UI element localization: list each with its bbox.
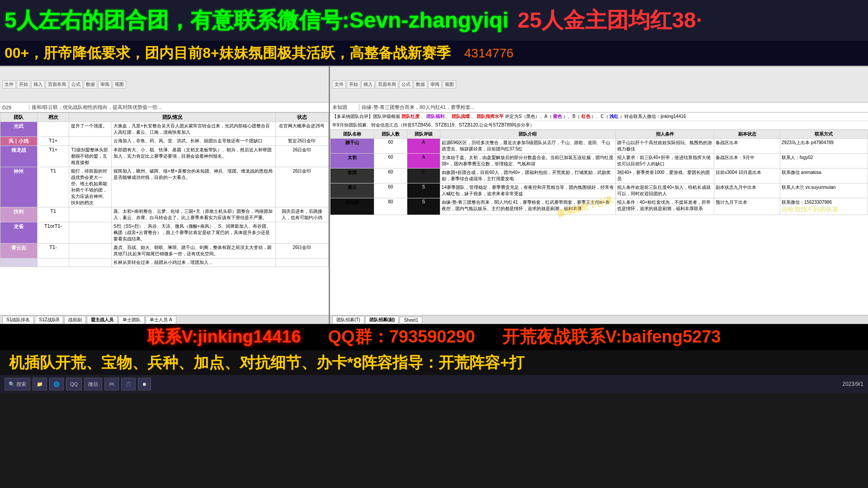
row-recruit: 3招40+，赛季类誉1000，爱游戏、爱团长的团员 [615, 169, 714, 183]
left-sheet-tabs[interactable]: S1战队排名 S1Z战队B 战前副 盟主战人员 单士团队 单士人员 A [0, 315, 329, 324]
row-teamname: 太初 [330, 154, 374, 169]
table-row: 扶剑 T1 蒸、太初+南初整合、云梦、化绿，三国+天（原推土机头部）团整合，鸿禧… [0, 207, 329, 222]
right-toolbar-btn-home[interactable]: 开始 [347, 80, 360, 89]
row-status: 26日金印 [275, 167, 328, 207]
taskbar-btn-file[interactable]: 📁 [33, 378, 47, 390]
header-sep: 、 [421, 114, 425, 119]
sheet-tab[interactable]: 单士人员 A [146, 316, 176, 324]
right-toolbar-btn-review[interactable]: 审阅 [428, 80, 442, 89]
row-intro: 主体始于盘、太初，由盘盟解放后的部分分数盘合金。当前已加装五连征服，团均红度38… [440, 154, 615, 169]
row-pre: 提升了一个强度。 [69, 122, 112, 137]
header-grade: 评定为S（黑色）、A（ [505, 114, 552, 119]
table-row: 素云 60 S 14赛季团队，管理稳定，赛季费贡充足，有夜控和开荒相当等，团内氛… [330, 183, 868, 198]
taskbar-btn-record[interactable]: ⏺ [138, 378, 151, 390]
sheet-tab[interactable]: S1战队排名 [2, 316, 34, 324]
table-row: 踏千山 60 A 起源696区区，历经多次整合，最近次参加S级团队从店厅，千山、… [330, 139, 868, 154]
sheet-tab-active[interactable]: 盟主战人员 [87, 316, 118, 324]
row-intro: 由缘-赞-青三团整合而来，80人均红41，赛季粉套，红武赛带雨套，赛季王主控w+… [440, 198, 615, 215]
right-toolbar-btn-formula[interactable]: 公式 [399, 80, 413, 89]
top-banner-right: 25人金主团均红38· [518, 6, 702, 35]
toolbar-btn-edit[interactable]: 开始 [17, 80, 30, 89]
taskbar[interactable]: 🔍 搜索 📁 🌐 QQ 微信 🎮 🎵 ⏺ 2023/9/1 [0, 375, 868, 393]
row-status: 26日金印 [275, 244, 328, 258]
sheet-tab[interactable]: 单士团队 [118, 316, 145, 324]
row-grade: S [407, 183, 440, 198]
right-toolbar-btn-file[interactable]: 文件 [332, 80, 346, 89]
right-sheet-tab[interactable]: Sheet1 [400, 317, 422, 323]
guide-text: 机插队开荒、宝物、兵种、加点、对抗细节、办卡*8阵容指导：开荒阵容+打 [9, 352, 524, 373]
sheet-tab[interactable]: S1Z战队B [35, 316, 63, 324]
right-toolbar-btn-insert[interactable]: 插入 [361, 80, 375, 89]
taskbar-btn-game[interactable]: 🎮 [104, 378, 119, 390]
right-formula-bar: 未知团 由缘-赞-青三团整合而来，80人均红41，赛季粉套... [330, 103, 868, 113]
row-pre [69, 207, 112, 222]
excel-area: 文件 开始 插入 页面布局 公式 数据 审阅 视图 D29 接和/联云联，优化战… [0, 66, 868, 323]
toolbar-btn-insert[interactable]: 插入 [31, 80, 45, 89]
row-pre [69, 222, 112, 244]
th-state: 副本状态 [714, 130, 780, 139]
row-grade: S- [407, 169, 440, 183]
right-header-info: 【多采纳团队自评】团队评级根据 团队红度 、 团队福利 、 团队战绩 、 团队指… [330, 113, 868, 121]
row-pre: T1级别盟整体头部都很不错的盟，互相直接都 [69, 146, 112, 167]
row-recruit: 招人条件欢迎前三队红度40+加入，特机长成就可以，同时欢迎回团的人 [615, 183, 714, 198]
left-excel: 文件 开始 插入 页面布局 公式 数据 审阅 视图 D29 接和/联云联，优化战… [0, 66, 330, 324]
header-purple-grade: 紫色 [553, 114, 562, 119]
row-desc: 云海加入，非鱼、药、风、堂、洪武、长林、囍团出走导致还有一个团缺口 [111, 137, 275, 146]
right-excel: 文件 开始 插入 页面布局 公式 数据 审阅 视图 未知团 由缘-赞-青三团整合… [330, 66, 868, 324]
header-sep3: 、 [471, 114, 476, 119]
taskbar-btn-browser[interactable]: 🌐 [49, 378, 64, 390]
th-desc: 团队情况 [69, 113, 276, 122]
th-recruit: 招人条件 [615, 130, 714, 139]
row-pre [69, 244, 112, 258]
right-toolbar[interactable]: 文件 开始 插入 页面布局 公式 数据 审阅 视图 [330, 66, 868, 103]
taskbar-btn-music[interactable]: 🎵 [121, 378, 136, 390]
header-red-text: 团队红度 [401, 114, 420, 119]
toolbar-btn-view[interactable]: 视图 [113, 80, 126, 89]
table-row: 未知团 80 S 由缘-赞-青三团整合而来，80人均红41，赛季粉套，红武赛带雨… [330, 198, 868, 215]
row-desc: 按阵加入，晓州、破阵、续+禁+喜整合的未知团、神兵、瑶团。烽龙战的恩怨局是否能够… [111, 167, 275, 207]
th-count: 团队人数 [374, 130, 407, 139]
row-pre: 能打，排前面的对战优势会更大一些。维土机如果能补两个不错的团，实力应该在神州、扶… [69, 167, 112, 207]
row-teamname: 素云 [330, 183, 374, 198]
right-sheet-tab[interactable]: 团队招募(T) [332, 316, 364, 324]
row-tier [37, 258, 69, 267]
taskbar-btn-search[interactable]: 🔍 搜索 [5, 378, 30, 390]
toolbar-btn-layout[interactable]: 页面布局 [46, 80, 68, 89]
right-formula-content: 由缘-赞-青三团整合而来，80人均红41，赛季粉套... [359, 104, 866, 111]
left-table-content: 团队 档次 团队情况 状态 光武 提升了一个强度。 大换血，凡里+长安整合吴天百… [0, 113, 329, 315]
row-state: 副本状态九月中出本 [714, 183, 780, 198]
toolbar-btn-file[interactable]: 文件 [2, 80, 16, 89]
row-contact: 联系人木兰 vx:suyunmulan [780, 183, 868, 198]
row-tier: T1 [37, 167, 69, 207]
row-desc: 蒸、太初+南初整合、云梦、化绿，三国+天（原推土机头部）团整合，鸿禧团加入，素云… [111, 207, 275, 222]
right-sheet-tab-active[interactable]: 团队招募(副) [365, 316, 399, 324]
right-toolbar-btn-data[interactable]: 数据 [414, 80, 427, 89]
row-intro: 由敌团+折团合成，目前60人，团均40+，团福利包括，开荒奖励，打城奖励，武勋奖… [440, 169, 615, 183]
row-count: 60 [374, 169, 407, 183]
header-sep2: 、 [446, 114, 450, 119]
row-count: 80 [374, 198, 407, 215]
row-intro: 14赛季团队，管理稳定，赛季费贡充足，有夜控和开荒相当等，团内氛围很好，经常有人… [440, 183, 615, 198]
row-status [275, 222, 328, 244]
left-formula-bar: D29 接和/联云联，优化战队相性的指向，提高对阵优势值一些... [0, 103, 329, 113]
right-toolbar-btn-view[interactable]: 视图 [443, 80, 456, 89]
right-sheet-tabs[interactable]: 团队招募(T) 团队招募(副) Sheet1 [330, 315, 868, 324]
right-toolbar-btn-layout[interactable]: 页面布局 [376, 80, 398, 89]
row-grade: A [407, 154, 440, 169]
row-intro: 起源696区区，历经多次整合，最近次参加S级团队从店厅，千山、踏歌、道田、千山踏… [440, 139, 615, 154]
th-teamname: 团队名称 [330, 130, 374, 139]
sheet-tab[interactable]: 战前副 [64, 316, 86, 324]
header-purple-text1: 团队福利 [426, 114, 444, 119]
taskbar-btn-wechat[interactable]: 微信 [84, 378, 102, 390]
row-desc: 庞贞、百战、妲火、朝歌、琳琅、踏千山、剑阁，整体有跟之前没太大变动，跟其他T1比… [111, 244, 275, 258]
taskbar-btn-qq[interactable]: QQ [66, 378, 82, 390]
left-toolbar[interactable]: 文件 开始 插入 页面布局 公式 数据 审阅 视图 [0, 66, 329, 103]
toolbar-btn-data[interactable]: 数据 [84, 80, 97, 89]
row-desc: 本部团有大、小、聪、怯薄、基霸（文初文老板带队）、朝兴，然后近人和帮团加入，实力… [111, 146, 275, 167]
row-pre [69, 258, 112, 267]
toolbar-btn-formula[interactable]: 公式 [69, 80, 83, 89]
row-tier: T1- [37, 244, 69, 258]
row-tier: T1 [37, 207, 69, 222]
toolbar-btn-review[interactable]: 审阅 [98, 80, 112, 89]
bottom-contact: 联系V:jinking14416 [147, 325, 301, 348]
